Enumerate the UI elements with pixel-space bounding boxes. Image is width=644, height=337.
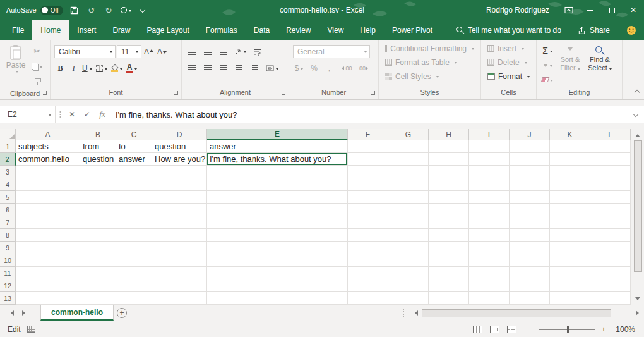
cell-K1[interactable] (550, 140, 590, 153)
cell-C9[interactable] (116, 242, 152, 254)
cell-K8[interactable] (550, 229, 590, 242)
cell-B1[interactable]: from (80, 140, 116, 153)
tab-insert[interactable]: Insert (69, 20, 104, 40)
cell-F12[interactable] (348, 279, 388, 292)
cell-F10[interactable] (348, 254, 388, 267)
page-break-preview-button[interactable] (507, 326, 516, 333)
cell-H8[interactable] (429, 229, 469, 242)
tab-review[interactable]: Review (278, 20, 319, 40)
column-header-B[interactable]: B (80, 129, 116, 140)
cell-B12[interactable] (80, 279, 116, 292)
cell-I2[interactable] (469, 153, 510, 166)
tab-view[interactable]: View (319, 20, 352, 40)
cell-E9[interactable] (207, 242, 348, 254)
cell-G8[interactable] (388, 229, 429, 242)
cell-L7[interactable] (590, 216, 631, 229)
zoom-out-button[interactable]: − (527, 324, 534, 334)
cell-C4[interactable] (116, 178, 152, 191)
align-center-button[interactable] (201, 61, 213, 75)
cell-E2[interactable]: I'm fine, thanks. What about you? (207, 153, 348, 166)
cell-C6[interactable] (116, 204, 152, 216)
cell-H10[interactable] (429, 254, 469, 267)
cell-L6[interactable] (590, 204, 631, 216)
cell-H5[interactable] (429, 191, 469, 204)
copy-button[interactable] (30, 59, 44, 73)
cell-C7[interactable] (116, 216, 152, 229)
cell-L4[interactable] (590, 178, 631, 191)
cell-E1[interactable]: answer (207, 140, 348, 153)
cell-G7[interactable] (388, 216, 429, 229)
cell-F11[interactable] (348, 267, 388, 279)
cell-A7[interactable] (16, 216, 80, 229)
column-header-G[interactable]: G (388, 129, 429, 140)
sheet-nav-left-button[interactable] (4, 305, 18, 321)
cell-K3[interactable] (550, 166, 590, 178)
cell-C8[interactable] (116, 229, 152, 242)
cell-E4[interactable] (207, 178, 348, 191)
cell-A1[interactable]: subjects (16, 140, 80, 153)
cell-B5[interactable] (80, 191, 116, 204)
cell-B11[interactable] (80, 267, 116, 279)
column-header-K[interactable]: K (550, 129, 590, 140)
formula-input[interactable]: I'm fine, thanks. What about you? (110, 106, 628, 123)
cell-D11[interactable] (152, 267, 207, 279)
fill-color-button[interactable] (110, 61, 124, 75)
fill-button[interactable] (540, 58, 554, 72)
conditional-formatting-button[interactable]: Conditional Formatting (383, 42, 477, 55)
cell-L12[interactable] (590, 279, 631, 292)
cell-K6[interactable] (550, 204, 590, 216)
vertical-scrollbar-thumb[interactable] (634, 140, 642, 272)
cell-J10[interactable] (510, 254, 550, 267)
align-left-button[interactable] (186, 61, 198, 75)
horizontal-scrollbar[interactable] (409, 305, 644, 321)
cell-A5[interactable] (16, 191, 80, 204)
cell-E8[interactable] (207, 229, 348, 242)
row-header-11[interactable]: 11 (0, 267, 16, 279)
comma-style-button[interactable]: , (323, 61, 335, 75)
cell-D2[interactable]: How are you? (152, 153, 207, 166)
cell-G9[interactable] (388, 242, 429, 254)
cell-L11[interactable] (590, 267, 631, 279)
cell-J11[interactable] (510, 267, 550, 279)
font-name-select[interactable]: Calibri (54, 45, 116, 58)
cell-I11[interactable] (469, 267, 510, 279)
zoom-in-button[interactable]: + (600, 324, 607, 334)
cell-L9[interactable] (590, 242, 631, 254)
cell-G5[interactable] (388, 191, 429, 204)
clear-button[interactable] (540, 73, 554, 87)
row-header-12[interactable]: 12 (0, 279, 16, 292)
horizontal-scrollbar-thumb[interactable] (422, 309, 611, 317)
font-color-button[interactable]: A (125, 61, 139, 75)
cell-D12[interactable] (152, 279, 207, 292)
cell-K10[interactable] (550, 254, 590, 267)
cell-A11[interactable] (16, 267, 80, 279)
cell-F7[interactable] (348, 216, 388, 229)
cell-L8[interactable] (590, 229, 631, 242)
cell-I4[interactable] (469, 178, 510, 191)
format-painter-button[interactable] (30, 75, 44, 89)
zoom-level[interactable]: 100% (615, 325, 644, 334)
cell-B2[interactable]: question (80, 153, 116, 166)
cell-A6[interactable] (16, 204, 80, 216)
undo-button[interactable]: ↺ (86, 4, 97, 16)
cell-B3[interactable] (80, 166, 116, 178)
cell-K4[interactable] (550, 178, 590, 191)
cell-F3[interactable] (348, 166, 388, 178)
column-header-H[interactable]: H (429, 129, 469, 140)
cell-E10[interactable] (207, 254, 348, 267)
decrease-font-size-button[interactable]: A (156, 45, 168, 59)
row-header-1[interactable]: 1 (0, 140, 16, 153)
cell-A10[interactable] (16, 254, 80, 267)
autosave-toggle[interactable]: AutoSave Off (6, 6, 63, 15)
cell-G3[interactable] (388, 166, 429, 178)
tab-power-pivot[interactable]: Power Pivot (384, 20, 441, 40)
cell-J9[interactable] (510, 242, 550, 254)
find-select-button[interactable]: Find & Select (586, 43, 614, 87)
cell-B4[interactable] (80, 178, 116, 191)
cell-A8[interactable] (16, 229, 80, 242)
cell-E11[interactable] (207, 267, 348, 279)
scroll-down-button[interactable] (631, 295, 644, 305)
increase-decimal-button[interactable]: .00 (338, 61, 354, 75)
column-header-A[interactable]: A (16, 129, 80, 140)
column-header-J[interactable]: J (510, 129, 550, 140)
